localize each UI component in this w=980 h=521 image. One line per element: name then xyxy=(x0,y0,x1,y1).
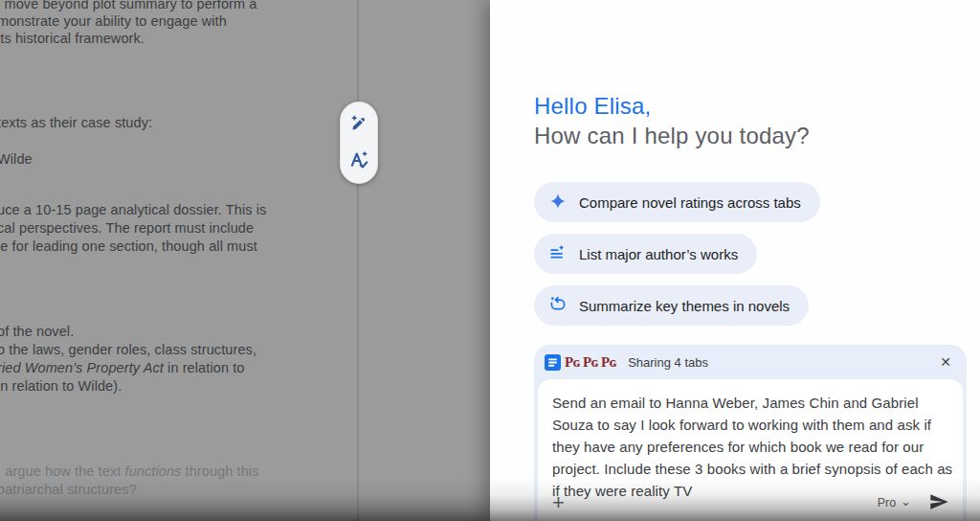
summarize-sparkle-icon xyxy=(549,244,567,264)
prompt-toolbar: + Pro ⌄ xyxy=(552,489,949,516)
writing-tools-pill xyxy=(340,102,378,184)
greeting-title: Hello Elisa, xyxy=(534,92,651,121)
prompt-card: Pɢ Pɢ Pɢ Sharing 4 tabs ✕ Send an email … xyxy=(534,345,967,521)
prompt-input-area[interactable]: Send an email to Hanna Weber, James Chin… xyxy=(538,379,963,521)
doc-line: le for leading one section, though all m… xyxy=(0,238,257,256)
doc-line: patriarchal structures? xyxy=(0,481,137,499)
sharing-header: Pɢ Pɢ Pɢ Sharing 4 tabs ✕ xyxy=(534,345,967,379)
model-label: Pro xyxy=(878,496,896,510)
send-button[interactable] xyxy=(928,491,949,515)
pen-sparkle-icon xyxy=(348,113,369,137)
close-icon[interactable]: ✕ xyxy=(936,353,955,371)
send-icon xyxy=(928,491,949,515)
model-selector[interactable]: Pro ⌄ xyxy=(878,496,911,510)
loop-sparkle-icon xyxy=(549,296,567,316)
doc-line: Wilde xyxy=(0,150,33,169)
proofread-a-check-icon xyxy=(348,148,369,172)
doc-line: its historical framework. xyxy=(0,30,145,48)
doc-line: ; argue how the text functions through t… xyxy=(0,463,259,481)
chip-label: List major author’s works xyxy=(579,246,738,262)
suggestion-chip-compare-ratings[interactable]: Compare novel ratings across tabs xyxy=(534,182,820,222)
proofread-button[interactable] xyxy=(345,147,372,174)
greeting-subtitle: How can I help you today? xyxy=(534,122,810,150)
doc-line: texts as their case study: xyxy=(0,114,152,132)
doc-line: l move beyond plot summary to perform a xyxy=(0,0,256,13)
doc-line: monstrate your ability to engage with xyxy=(0,12,227,31)
help-me-write-button[interactable] xyxy=(345,111,372,138)
doc-line: of the novel. xyxy=(0,323,74,341)
add-attachment-button[interactable]: + xyxy=(552,492,565,513)
doc-line: cal perspectives. The report must includ… xyxy=(0,219,254,238)
chip-label: Summarize key themes in novels xyxy=(579,298,790,314)
suggestion-chip-list-works[interactable]: List major author’s works xyxy=(534,234,757,274)
gutenberg-favicon-icon: Pɢ xyxy=(565,355,580,370)
gemini-side-panel: Hello Elisa, How can I help you today? C… xyxy=(490,0,980,521)
suggestion-chip-summarize-themes[interactable]: Summarize key themes in novels xyxy=(534,285,809,326)
doc-line: o the laws, gender roles, class structur… xyxy=(0,341,256,359)
sparkle-icon xyxy=(549,193,567,213)
google-docs-favicon-icon xyxy=(545,354,561,371)
doc-line: in relation to Wilde). xyxy=(0,377,122,396)
doc-line: ried Women's Property Act in relation to xyxy=(0,359,244,377)
sharing-tabs-label: Sharing 4 tabs xyxy=(628,355,708,370)
prompt-input-text[interactable]: Send an email to Hanna Weber, James Chin… xyxy=(552,392,954,502)
doc-line: uce a 10-15 page analytical dossier. Thi… xyxy=(0,201,266,219)
gutenberg-favicon-icon: Pɢ xyxy=(583,355,598,370)
chip-label: Compare novel ratings across tabs xyxy=(579,194,801,211)
gutenberg-favicon-icon: Pɢ xyxy=(601,355,616,370)
chevron-down-icon: ⌄ xyxy=(901,495,911,508)
screen: l move beyond plot summary to perform a … xyxy=(0,0,980,521)
page-edge-divider xyxy=(357,0,359,521)
document-dimmed-area: l move beyond plot summary to perform a … xyxy=(0,0,490,521)
